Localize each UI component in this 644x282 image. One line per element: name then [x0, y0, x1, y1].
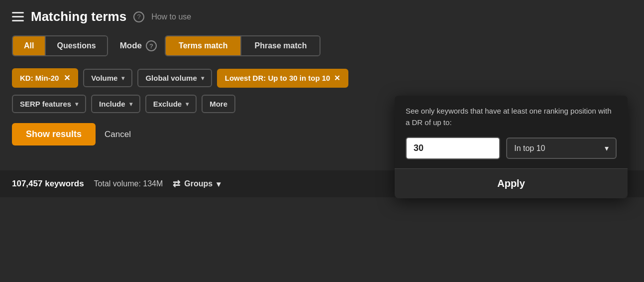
help-icon[interactable]: ?	[133, 11, 144, 22]
groups-button[interactable]: ⇄ Groups ▾	[173, 178, 220, 189]
global-volume-filter-chip[interactable]: Global volume ▾	[137, 69, 212, 87]
in-top-arrow-icon: ▾	[605, 143, 609, 153]
include-chip[interactable]: Include ▾	[91, 95, 140, 113]
groups-icon: ⇄	[173, 178, 180, 189]
more-label: More	[210, 100, 227, 108]
volume-arrow-icon: ▾	[121, 75, 124, 82]
kd-close-icon[interactable]: ✕	[64, 73, 70, 83]
show-results-button[interactable]: Show results	[12, 123, 96, 145]
exclude-label: Exclude	[153, 100, 182, 108]
exclude-chip[interactable]: Exclude ▾	[145, 95, 197, 113]
popup-input-row: In top 10 ▾	[406, 137, 617, 159]
volume-filter-chip[interactable]: Volume ▾	[83, 69, 132, 87]
apply-button[interactable]: Apply	[395, 168, 628, 198]
serp-features-arrow-icon: ▾	[75, 101, 78, 108]
kd-filter-chip[interactable]: KD: Min-20 ✕	[12, 68, 78, 88]
page-title: Matching terms	[31, 9, 126, 24]
serp-features-label: SERP features	[20, 100, 71, 108]
lowest-dr-filter-chip[interactable]: Lowest DR: Up to 30 in top 10 ✕	[217, 69, 349, 88]
volume-label: Volume	[91, 74, 117, 82]
exclude-arrow-icon: ▾	[186, 101, 189, 108]
global-volume-label: Global volume	[145, 74, 197, 82]
tab-all[interactable]: All	[13, 36, 46, 55]
tab-questions[interactable]: Questions	[46, 36, 107, 55]
dr-value-input[interactable]	[406, 137, 500, 159]
filter-row-1: KD: Min-20 ✕ Volume ▾ Global volume ▾ Lo…	[12, 68, 632, 88]
cancel-button[interactable]: Cancel	[105, 130, 131, 140]
hamburger-icon[interactable]	[12, 12, 24, 21]
groups-arrow-icon: ▾	[216, 179, 220, 189]
tab-bar: All Questions Mode ? Terms match Phrase …	[12, 35, 632, 56]
serp-features-chip[interactable]: SERP features ▾	[12, 95, 86, 113]
include-arrow-icon: ▾	[129, 101, 132, 108]
mode-tab-group: Terms match Phrase match	[165, 35, 321, 56]
popup-description: See only keywords that have at least one…	[406, 106, 617, 128]
mode-help-icon[interactable]: ?	[146, 40, 157, 51]
view-tab-group: All Questions	[12, 35, 108, 56]
more-chip[interactable]: More	[202, 95, 235, 113]
global-volume-arrow-icon: ▾	[201, 75, 204, 82]
header: Matching terms ? How to use	[12, 9, 632, 24]
groups-label: Groups	[184, 179, 213, 188]
in-top-select[interactable]: In top 10 ▾	[506, 138, 617, 159]
include-label: Include	[99, 100, 125, 108]
how-to-use-link[interactable]: How to use	[151, 12, 191, 21]
mode-label: Mode ?	[120, 40, 157, 51]
total-volume: Total volume: 134M	[94, 179, 163, 188]
kd-label: KD: Min-20	[20, 74, 59, 82]
lowest-dr-close-icon[interactable]: ✕	[334, 74, 340, 83]
tab-terms-match[interactable]: Terms match	[166, 36, 241, 55]
tab-phrase-match[interactable]: Phrase match	[241, 36, 320, 55]
in-top-label: In top 10	[514, 144, 545, 153]
lowest-dr-label: Lowest DR: Up to 30 in top 10	[225, 74, 330, 82]
keywords-count: 107,457 keywords	[12, 179, 84, 189]
dr-popup: See only keywords that have at least one…	[395, 96, 628, 198]
